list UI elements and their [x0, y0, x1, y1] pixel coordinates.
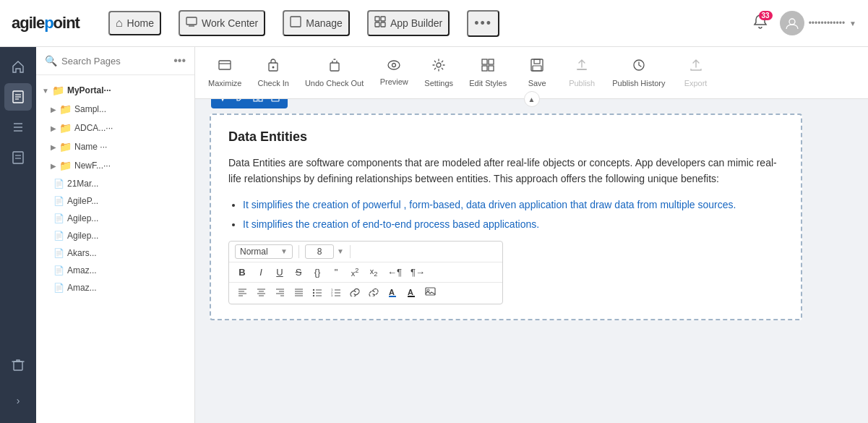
svg-rect-28: [482, 66, 487, 71]
tree-label-adca: ADCA...···: [74, 123, 189, 133]
tree-item-agilep1[interactable]: 📄 AgileP...: [36, 192, 194, 210]
sidebar-item-pages[interactable]: [4, 83, 32, 111]
tree-item-amaz1[interactable]: 📄 Amaz...: [36, 262, 194, 279]
rte-link-button[interactable]: [346, 286, 364, 301]
chevron-right-icon: ▶: [51, 124, 56, 132]
rte-subscript-button[interactable]: x2: [365, 265, 382, 280]
more-dots-icon: •••: [474, 16, 492, 31]
rte-outdent-button[interactable]: ←¶: [384, 265, 405, 280]
page-icon: 📄: [53, 196, 64, 206]
tree-item-adca[interactable]: ▶ 📁 ADCA...···: [36, 119, 194, 137]
preview-label: Preview: [380, 77, 408, 86]
svg-rect-0: [186, 17, 197, 25]
sidebar-item-document[interactable]: [4, 144, 32, 171]
nav-manage[interactable]: Manage: [283, 10, 350, 36]
checkin-button[interactable]: Check In: [250, 54, 296, 92]
tree-item-amaz2[interactable]: 📄 Amaz...: [36, 279, 194, 296]
rte-quote-button[interactable]: ": [327, 265, 345, 280]
tree-label-akars: Akars...: [67, 248, 97, 258]
logo[interactable]: agilepoint: [12, 14, 80, 33]
tree-item-21mar[interactable]: 📄 21Mar...: [36, 175, 194, 192]
sidebar-item-list[interactable]: [4, 114, 32, 141]
publishhistory-button[interactable]: Publish History: [605, 54, 672, 92]
rte-justify-button[interactable]: [290, 286, 307, 301]
block-edit-button[interactable]: [233, 99, 249, 106]
block-select-button[interactable]: [215, 99, 231, 106]
user-profile[interactable]: •••••••••••• ▼: [780, 11, 856, 35]
notification-badge: 33: [759, 11, 773, 20]
tree-root-label: MyPortal···: [67, 85, 111, 95]
editor-content[interactable]: Data Entities Data Entities are software…: [195, 99, 868, 423]
list-item: It simplifies the creation of end-to-end…: [243, 217, 783, 232]
rte-ordered-list-button[interactable]: 1.2.3.: [327, 286, 345, 301]
sidebar-item-trash[interactable]: [4, 351, 32, 378]
rich-text-editor-bar: Normal ▼ 8 ▼ B I U: [228, 241, 503, 304]
rte-unordered-list-button[interactable]: [309, 286, 326, 301]
rte-align-right-button[interactable]: [271, 286, 288, 301]
tree-item-root[interactable]: ▼ 📁 MyPortal···: [36, 81, 194, 100]
tree-item-akars[interactable]: 📄 Akars...: [36, 244, 194, 262]
block-toolbar: [211, 99, 288, 108]
rte-indent-button[interactable]: ¶→: [407, 265, 429, 280]
rte-fontsize-select[interactable]: 8: [305, 244, 334, 259]
preview-button[interactable]: Preview: [372, 55, 416, 90]
tree-item-sampl[interactable]: ▶ 📁 Sampl...: [36, 100, 194, 119]
rte-fontcolor-button[interactable]: A: [384, 285, 401, 302]
nav-workcenter-label: Work Center: [202, 17, 258, 29]
svg-rect-5: [381, 22, 385, 27]
nav-more-button[interactable]: •••: [467, 10, 499, 37]
svg-rect-1: [291, 17, 301, 27]
rte-align-center-button[interactable]: [252, 286, 270, 301]
folder-icon: 📁: [52, 85, 64, 96]
sidebar-icon-bar: ›: [0, 47, 36, 423]
tree-item-name[interactable]: ▶ 📁 Name ···: [36, 137, 194, 156]
rte-style-select[interactable]: Normal ▼: [235, 244, 293, 259]
page-icon: 📄: [53, 283, 64, 293]
svg-point-24: [392, 64, 396, 67]
rte-strikethrough-button[interactable]: S: [290, 265, 307, 280]
notifications-button[interactable]: 33: [752, 14, 768, 33]
rte-bgcolor-button[interactable]: A: [403, 285, 420, 302]
rte-align-left-button[interactable]: [233, 286, 251, 301]
nav-workcenter[interactable]: Work Center: [179, 10, 265, 36]
editstyles-button[interactable]: Edit Styles: [462, 54, 514, 92]
publish-button[interactable]: Publish: [560, 54, 603, 92]
undocheckout-button[interactable]: Undo Check Out: [298, 54, 371, 92]
block-delete-button[interactable]: [267, 99, 283, 106]
maximize-button[interactable]: Maximize: [201, 54, 249, 92]
rte-code-button[interactable]: {}: [309, 265, 326, 280]
svg-text:3.: 3.: [331, 294, 333, 296]
rte-image-button[interactable]: [421, 285, 439, 301]
rte-underline-button[interactable]: U: [271, 265, 288, 280]
tree-item-agilep2[interactable]: 📄 Agilep...: [36, 210, 194, 227]
rte-unlink-button[interactable]: [365, 286, 382, 301]
search-pages-input[interactable]: [61, 56, 169, 67]
rte-italic-button[interactable]: I: [252, 265, 270, 280]
sidebar-item-home[interactable]: [4, 53, 32, 80]
settings-button[interactable]: Settings: [417, 54, 460, 92]
tree-item-newf[interactable]: ▶ 📁 NewF...···: [36, 156, 194, 175]
rte-style-dropdown-icon: ▼: [280, 247, 288, 255]
nav-home-label: Home: [127, 17, 154, 29]
svg-rect-38: [259, 99, 262, 101]
nav-home[interactable]: ⌂ Home: [108, 11, 161, 35]
rte-row2: B I U S {} " x2 x2 ←¶ ¶→: [229, 262, 502, 283]
svg-rect-27: [489, 59, 494, 64]
page-icon: 📄: [53, 213, 64, 223]
sidebar-expand-button[interactable]: ›: [4, 387, 32, 414]
block-add-button[interactable]: [250, 99, 266, 106]
pages-more-icon[interactable]: •••: [173, 54, 186, 67]
tree-item-agilep3[interactable]: 📄 Agilep...: [36, 227, 194, 244]
chevron-right-icon: ›: [17, 395, 20, 406]
editstyles-icon: [481, 58, 495, 76]
toolbar-collapse-button[interactable]: ▲: [524, 91, 540, 107]
svg-rect-29: [489, 66, 494, 71]
content-block[interactable]: Data Entities Data Entities are software…: [210, 114, 802, 320]
rte-superscript-button[interactable]: x2: [346, 265, 364, 280]
rte-row1: Normal ▼ 8 ▼: [229, 242, 502, 262]
export-button[interactable]: Export: [674, 54, 718, 92]
nav-appbuilder[interactable]: App Builder: [367, 10, 450, 36]
rte-bold-button[interactable]: B: [233, 265, 251, 280]
svg-rect-71: [408, 296, 415, 297]
save-button[interactable]: Save: [515, 54, 559, 92]
